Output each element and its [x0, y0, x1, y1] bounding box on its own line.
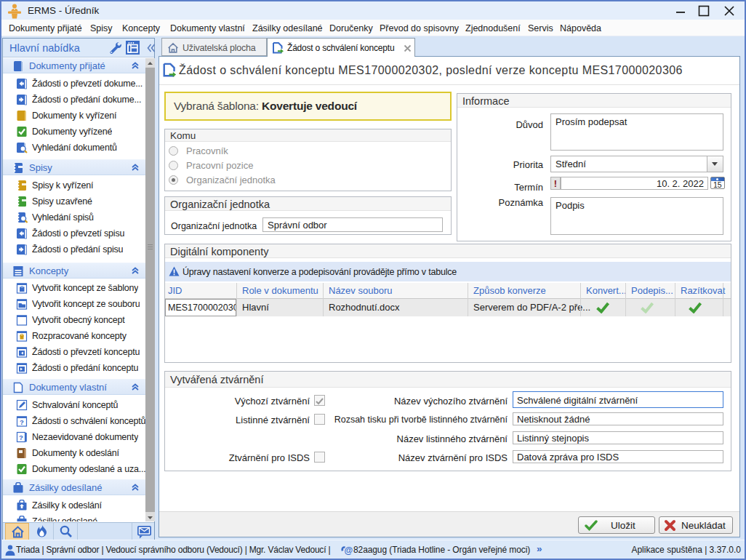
svg-text:@: @ [345, 545, 353, 555]
svg-text:?: ? [19, 433, 23, 441]
svg-text:?: ? [20, 418, 24, 426]
